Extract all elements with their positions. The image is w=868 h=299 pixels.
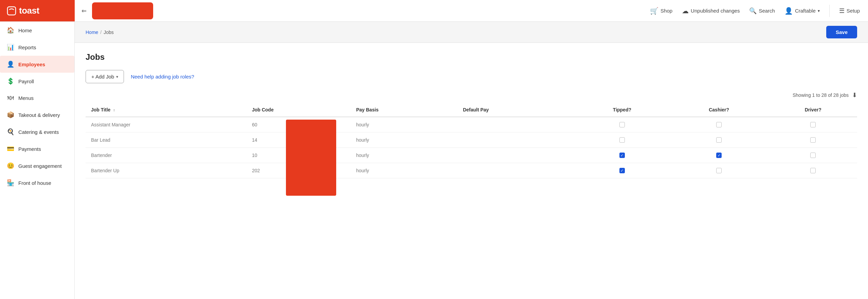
checkbox-cell <box>669 133 769 148</box>
chevron-down-icon: ▾ <box>818 8 820 13</box>
checkbox-checked[interactable]: ✓ <box>619 168 625 173</box>
checkbox-cell <box>769 117 857 133</box>
breadcrumb: Home / Jobs <box>86 30 114 35</box>
job-title-cell: Bartender Up <box>86 163 247 178</box>
pay-basis-cell: hourly <box>351 117 457 133</box>
table-row[interactable]: Bar Lead14hourly <box>86 133 857 148</box>
sidebar-item-takeout[interactable]: 📦 Takeout & delivery <box>0 106 74 123</box>
header-job-title: Job Title ↑ <box>86 103 247 117</box>
home-icon: 🏠 <box>7 27 14 34</box>
checkbox-cell: ✓ <box>669 148 769 163</box>
checkbox-cell: ✓ <box>575 148 669 163</box>
checkbox-cell <box>769 163 857 178</box>
user-menu-button[interactable]: 👤 Craftable ▾ <box>784 7 820 15</box>
save-button[interactable]: Save <box>826 26 857 38</box>
sidebar-item-catering[interactable]: 🍳 Catering & events <box>0 123 74 140</box>
reports-icon: 📊 <box>7 43 14 51</box>
checkbox-unchecked[interactable] <box>810 137 816 143</box>
user-label: Craftable <box>795 8 816 14</box>
checkbox-cell <box>669 117 769 133</box>
checkbox-cell <box>575 133 669 148</box>
setup-button[interactable]: ☰ Setup <box>839 7 860 15</box>
sidebar-item-payroll[interactable]: 💲 Payroll <box>0 73 74 90</box>
sidebar: 🏠 Home 📊 Reports 👤 Employees 💲 Payroll 🍽… <box>0 22 75 299</box>
checkbox-unchecked[interactable] <box>810 168 816 173</box>
sidebar-item-payments[interactable]: 💳 Payments <box>0 140 74 157</box>
default-pay-cell <box>457 148 575 163</box>
pay-basis-cell: hourly <box>351 163 457 178</box>
job-code-cell: 14 <box>247 133 351 148</box>
default-pay-cell <box>457 133 575 148</box>
topbar-red-block <box>92 2 153 19</box>
pay-basis-cell: hourly <box>351 133 457 148</box>
search-button[interactable]: 🔍 Search <box>749 7 775 15</box>
search-label: Search <box>759 8 775 14</box>
shop-label: Shop <box>661 8 672 14</box>
logo[interactable]: toast <box>0 0 75 21</box>
checkbox-unchecked[interactable] <box>716 137 722 143</box>
catering-icon: 🍳 <box>7 128 14 136</box>
table-row[interactable]: Bartender10hourly✓✓ <box>86 148 857 163</box>
payments-icon: 💳 <box>7 145 14 153</box>
checkbox-unchecked[interactable] <box>619 122 625 127</box>
checkbox-cell: ✓ <box>575 163 669 178</box>
shop-button[interactable]: 🛒 Shop <box>650 7 672 15</box>
sidebar-item-label: Payroll <box>18 78 34 84</box>
add-job-caret: ▾ <box>116 74 118 79</box>
header-job-code: Job Code <box>247 103 351 117</box>
sidebar-item-home[interactable]: 🏠 Home <box>0 22 74 39</box>
header-driver: Driver? <box>769 103 857 117</box>
showing-count: Showing 1 to 28 of 28 jobs <box>793 92 849 98</box>
sidebar-item-menus[interactable]: 🍽 Menus <box>0 90 74 106</box>
checkbox-unchecked[interactable] <box>810 153 816 158</box>
job-code-cell: 60 <box>247 117 351 133</box>
job-code-cell: 10 <box>247 148 351 163</box>
logo-text: toast <box>19 5 39 16</box>
setup-label: Setup <box>847 8 860 14</box>
breadcrumb-bar: Home / Jobs Save <box>75 22 868 43</box>
payroll-icon: 💲 <box>7 77 14 85</box>
unpublished-changes-button[interactable]: ☁ Unpublished changes <box>682 7 740 15</box>
sidebar-item-front[interactable]: 🏪 Front of house <box>0 174 74 191</box>
sidebar-item-employees[interactable]: 👤 Employees <box>0 56 74 73</box>
checkbox-unchecked[interactable] <box>619 137 625 143</box>
collapse-icon: ⇐ <box>82 7 87 14</box>
setup-icon: ☰ <box>839 7 845 15</box>
breadcrumb-home[interactable]: Home <box>86 30 98 35</box>
add-job-label: + Add Job <box>91 74 114 80</box>
sidebar-item-label: Front of house <box>18 180 51 186</box>
download-icon[interactable]: ⬇ <box>852 91 857 99</box>
job-code-cell: 202 <box>247 163 351 178</box>
menus-icon: 🍽 <box>7 94 14 102</box>
header-tipped: Tipped? <box>575 103 669 117</box>
sidebar-item-guest[interactable]: 😊 Guest engagement <box>0 157 74 174</box>
breadcrumb-separator: / <box>100 30 102 35</box>
toast-logo-icon <box>7 6 16 16</box>
sidebar-item-label: Reports <box>18 45 36 50</box>
checkbox-cell <box>669 163 769 178</box>
help-link[interactable]: Need help adding job roles? <box>131 74 194 80</box>
add-job-button[interactable]: + Add Job ▾ <box>86 70 124 83</box>
front-icon: 🏪 <box>7 179 14 187</box>
default-pay-cell <box>457 163 575 178</box>
checkbox-unchecked[interactable] <box>716 122 722 127</box>
collapse-button[interactable]: ⇐ <box>82 7 87 15</box>
svg-rect-0 <box>7 7 16 15</box>
sidebar-item-label: Menus <box>18 95 34 101</box>
default-pay-cell <box>457 117 575 133</box>
checkbox-unchecked[interactable] <box>810 122 816 127</box>
table-wrapper: Job Title ↑ Job Code Pay Basis Default P… <box>86 103 857 178</box>
breadcrumb-current: Jobs <box>104 30 114 35</box>
sidebar-item-reports[interactable]: 📊 Reports <box>0 39 74 56</box>
header-pay-basis: Pay Basis <box>351 103 457 117</box>
checkbox-unchecked[interactable] <box>716 168 722 173</box>
table-row[interactable]: Bartender Up202hourly✓ <box>86 163 857 178</box>
checkbox-checked[interactable]: ✓ <box>716 153 722 158</box>
jobs-table: Job Title ↑ Job Code Pay Basis Default P… <box>86 103 857 178</box>
checkbox-cell <box>769 148 857 163</box>
job-title-cell: Assistant Manager <box>86 117 247 133</box>
checkbox-checked[interactable]: ✓ <box>619 153 625 158</box>
toolbar: + Add Job ▾ Need help adding job roles? <box>86 70 857 83</box>
table-row[interactable]: Assistant Manager60hourly <box>86 117 857 133</box>
search-icon: 🔍 <box>749 7 757 15</box>
